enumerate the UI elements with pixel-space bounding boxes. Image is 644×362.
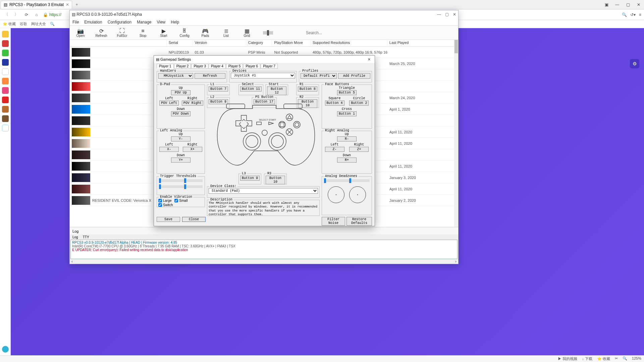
sidebar-icon[interactable] — [2, 40, 9, 47]
bookmark-item[interactable]: 谷歌 — [20, 21, 27, 26]
trigger-slider-1[interactable] — [159, 179, 203, 182]
col-move[interactable]: PlayStation Move — [272, 40, 311, 46]
win-close-icon[interactable]: ✕ — [453, 12, 456, 17]
tab-player-7[interactable]: Player 7 — [261, 64, 278, 69]
log-tab-log[interactable]: Log — [72, 235, 78, 239]
menu-help[interactable]: Help — [171, 20, 179, 24]
toolbar-size-slider[interactable] — [263, 31, 273, 35]
tab-close-icon[interactable]: ✕ — [66, 2, 69, 7]
menu-emulation[interactable]: Emulation — [84, 20, 102, 24]
col-version[interactable]: Version — [193, 40, 246, 46]
sidebar-icon[interactable] — [2, 59, 9, 66]
device-class-select[interactable]: Standard (Pad) — [209, 188, 318, 194]
col-res[interactable]: Supported Resolutions — [311, 40, 387, 46]
win-minimize-icon[interactable]: — — [437, 12, 441, 17]
la-down-button[interactable]: Y+ — [171, 158, 191, 163]
dpad-up-button[interactable]: POV Up — [171, 90, 191, 95]
toolbar-config[interactable]: 🎚Config — [177, 28, 192, 38]
restore-defaults-button[interactable]: Restore Defaults — [346, 217, 372, 226]
toolbar-refresh[interactable]: ⟳Refresh — [94, 28, 109, 38]
la-right-button[interactable]: X+ — [183, 147, 202, 152]
bookmark-item[interactable]: 网址大全 — [31, 21, 46, 26]
sidebar-icon[interactable] — [2, 97, 9, 103]
status-zoom[interactable]: 125% — [632, 356, 641, 361]
square-button[interactable]: Button 4 — [325, 101, 344, 106]
handlers-select[interactable]: MMJoystick — [158, 73, 193, 79]
nav-home-icon[interactable]: ⌂ — [33, 12, 40, 17]
menu-icon[interactable]: ≡ — [639, 12, 641, 17]
l1-button[interactable]: Button 7 — [209, 86, 228, 92]
close-button[interactable]: Close — [182, 217, 206, 222]
col-category[interactable]: Category — [246, 40, 272, 46]
hscrollbar[interactable]: ‹› — [70, 259, 458, 264]
tab-player-3[interactable]: Player 3 — [191, 64, 208, 69]
tab-player-5[interactable]: Player 5 — [226, 64, 243, 69]
col-icon[interactable] — [70, 40, 167, 46]
status-zoom-icon[interactable]: 🔍 — [623, 356, 627, 361]
menu-manage[interactable]: Manage — [137, 20, 151, 24]
la-left-button[interactable]: X- — [159, 147, 179, 152]
ra-right-button[interactable]: Z+ — [349, 147, 369, 152]
vib-small-checkbox[interactable]: Small — [174, 199, 187, 202]
rpcs3-titlebar[interactable]: ▤ RPCS3 0.0.9-10120-e7d5d17f Alpha — ▢ ✕ — [70, 10, 458, 18]
vib-large-checkbox[interactable]: Large — [158, 199, 172, 202]
circle-button[interactable]: Button 2 — [349, 101, 369, 106]
menu-configuration[interactable]: Configuration — [108, 20, 131, 24]
vib-switch-checkbox[interactable]: Switch — [158, 203, 173, 207]
toolbar-stop[interactable]: ■Stop — [136, 28, 150, 38]
sidebar-icon[interactable] — [2, 106, 9, 113]
ra-left-button[interactable]: Z- — [325, 147, 344, 152]
menu-file[interactable]: File — [72, 20, 79, 24]
r3-button[interactable]: Button 10 — [266, 176, 285, 184]
dpad-left-button[interactable]: POV Left — [159, 101, 179, 106]
col-serial[interactable]: Serial — [167, 40, 193, 46]
sidebar-icon[interactable] — [2, 87, 9, 94]
status-video[interactable]: ▶ 我的视频 — [558, 356, 577, 361]
menu-view[interactable]: View — [157, 20, 165, 24]
toolbar-search-input[interactable] — [306, 31, 407, 35]
status-favs[interactable]: ⭐ 收藏 — [597, 356, 610, 361]
toolbar-start[interactable]: ▶Start — [156, 28, 171, 38]
ra-down-button[interactable]: R+ — [337, 158, 357, 163]
dpad-down-button[interactable]: POV Down — [171, 111, 191, 116]
toolbar-fullscr[interactable]: ⛶FullScr — [115, 28, 129, 38]
search-icon[interactable]: 🔍 — [622, 12, 627, 17]
status-capture-icon[interactable]: ✂ — [615, 356, 618, 361]
devices-select[interactable]: Joystick #1 — [231, 73, 295, 78]
sidebar-icon[interactable] — [2, 68, 9, 75]
sidebar-icon[interactable] — [2, 31, 9, 38]
la-up-button[interactable]: Y- — [171, 136, 191, 141]
sidebar-icon[interactable] — [2, 115, 9, 122]
window-minimize-icon[interactable]: — — [612, 2, 623, 7]
browser-tab[interactable]: ▤ RPCS3 - PlayStation 3 Emulat ✕ — [1, 1, 72, 9]
window-maximize-icon[interactable]: ▢ — [623, 2, 633, 7]
l3-button[interactable]: Button 9 — [240, 176, 260, 181]
tab-player-6[interactable]: Player 6 — [243, 64, 260, 69]
win-maximize-icon[interactable]: ▢ — [445, 12, 449, 17]
status-download[interactable]: ↓ 下载 — [582, 356, 592, 361]
deadzone-slider[interactable] — [324, 179, 370, 182]
handlers-refresh-button[interactable]: Refresh — [195, 73, 225, 79]
toolbar-list[interactable]: ≣List — [219, 28, 233, 38]
dpad-right-button[interactable]: POV Right — [182, 101, 203, 106]
toolbar-grid[interactable]: ▦Grid — [239, 28, 254, 38]
nav-back-icon[interactable]: 〈 — [3, 12, 10, 17]
col-last[interactable]: Last Played — [387, 40, 454, 46]
window-close-icon[interactable]: ✕ — [633, 2, 644, 7]
filter-noise-button[interactable]: Filter Noise — [322, 217, 345, 226]
tab-player-4[interactable]: Player 4 — [209, 64, 226, 69]
cross-button[interactable]: Button 1 — [337, 111, 357, 116]
gamelist-scrollbar[interactable] — [454, 40, 458, 227]
ra-up-button[interactable]: R- — [337, 136, 357, 141]
sidebar-assist-icon[interactable] — [2, 346, 9, 353]
sidebar-icon[interactable] — [2, 50, 9, 56]
favorites-star-icon[interactable]: ⭐ 收藏 — [3, 21, 16, 26]
save-button[interactable]: Save — [157, 217, 180, 222]
sidebar-icon[interactable] — [2, 78, 9, 84]
dialog-titlebar[interactable]: ▤ Gamepad Settings ✕ — [154, 56, 375, 63]
history-icon[interactable]: ↺▾ — [630, 12, 636, 17]
new-tab-button[interactable]: ＋ — [72, 2, 82, 7]
add-profile-button[interactable]: Add Profile — [338, 73, 370, 79]
tab-player-2[interactable]: Player 2 — [174, 64, 191, 69]
trigger-slider-2[interactable] — [159, 185, 203, 188]
